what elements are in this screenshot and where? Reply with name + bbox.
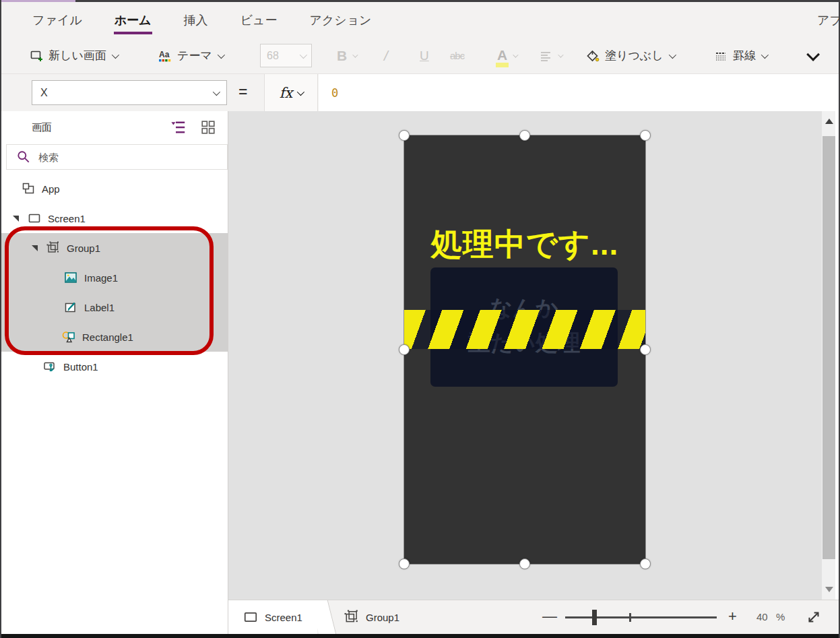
font-color-button[interactable]: A [497, 37, 517, 74]
screen-tree: App Screen1 Group1 [1, 174, 228, 381]
menu-file[interactable]: ファイル [32, 2, 83, 37]
screens-panel: 画面 [1, 111, 228, 634]
breadcrumb-screen-label: Screen1 [265, 612, 302, 623]
property-dropdown[interactable]: X [32, 80, 227, 105]
group-icon [344, 610, 359, 625]
resize-handle-middle-left[interactable] [399, 344, 410, 355]
resize-handle-top-left[interactable] [399, 130, 410, 141]
window-bottom-edge [1, 634, 839, 638]
tree-item-label1[interactable]: Label1 [1, 292, 228, 322]
group-icon [46, 241, 60, 255]
powerapps-studio-window: ファイル ホーム 挿入 ビュー アクション アプ 新しい画面 Aa テーマ 6 [0, 0, 840, 638]
resize-handle-top-center[interactable] [519, 130, 530, 141]
tree-item-label: Label1 [84, 302, 115, 313]
image-icon [64, 271, 77, 284]
resize-handle-middle-right[interactable] [640, 344, 651, 355]
border-button[interactable]: 罫線 [714, 37, 767, 74]
caution-stripe-image[interactable] [404, 310, 645, 349]
toolbar-expand-button[interactable] [807, 37, 816, 74]
resize-handle-bottom-left[interactable] [399, 559, 410, 569]
italic-button[interactable]: / [384, 37, 388, 74]
screen1-artboard[interactable]: 処理中です... なんか 重たい処理 [404, 135, 645, 564]
menu-view[interactable]: ビュー [240, 2, 278, 37]
collapse-expander[interactable] [13, 216, 19, 222]
search-icon [16, 150, 31, 164]
resize-handle-top-right[interactable] [640, 130, 651, 141]
theme-button[interactable]: Aa テーマ [158, 37, 223, 74]
tree-item-label: Screen1 [48, 213, 86, 224]
border-lines-icon [714, 49, 728, 63]
tree-item-label: Group1 [67, 243, 100, 254]
button-icon [43, 360, 57, 373]
menu-action[interactable]: アクション [309, 2, 372, 37]
alignment-icon [539, 49, 552, 63]
strikethrough-button[interactable]: abc [450, 37, 464, 74]
grid-view-icon[interactable] [201, 120, 216, 135]
app-icon [22, 182, 35, 195]
fill-button[interactable]: 塗りつぶし [586, 37, 674, 74]
formula-bar: X = fx 0 [1, 74, 839, 111]
formula-input[interactable]: 0 [319, 74, 839, 111]
tree-item-screen1[interactable]: Screen1 [1, 203, 228, 233]
processing-label[interactable]: 処理中です... [404, 224, 645, 265]
new-screen-button[interactable]: 新しい画面 [30, 37, 117, 74]
scroll-down-button[interactable] [822, 579, 837, 600]
menu-bar: ファイル ホーム 挿入 ビュー アクション [1, 2, 839, 37]
zoom-slider-thumb[interactable] [592, 610, 597, 625]
tree-item-button1[interactable]: Button1 [1, 352, 228, 381]
bold-button[interactable]: B [337, 37, 356, 74]
panel-title: 画面 [32, 121, 170, 134]
scroll-up-button[interactable] [822, 111, 837, 131]
rectangle-shapes-icon [62, 330, 75, 344]
screen-icon [28, 212, 41, 225]
design-canvas[interactable]: 処理中です... なんか 重たい処理 [228, 111, 840, 600]
tree-view-icon[interactable] [170, 119, 186, 135]
underline-button[interactable]: U [420, 37, 429, 74]
font-size-combobox[interactable]: 68 [260, 44, 312, 67]
menu-home[interactable]: ホーム [114, 2, 152, 37]
fill-bucket-icon [586, 49, 600, 63]
app-name-partial: アプ [817, 12, 840, 28]
canvas-right-margin [835, 111, 839, 600]
vertical-scrollbar[interactable] [822, 111, 837, 600]
fx-dropdown[interactable]: fx [264, 74, 318, 111]
breadcrumb-group1[interactable]: Group1 [344, 600, 399, 634]
chevron-down-icon [297, 88, 304, 95]
zoom-percentage: 40 [756, 611, 768, 623]
zoom-slider-tick [629, 613, 631, 622]
label-icon [64, 300, 77, 314]
breadcrumb-screen1[interactable]: Screen1 [228, 600, 317, 634]
search-box [6, 144, 228, 170]
status-bar: Screen1 Group1 — + 40 % [228, 600, 840, 634]
triangle-down-icon [825, 587, 833, 592]
tree-item-label: Rectangle1 [82, 331, 133, 343]
menu-insert[interactable]: 挿入 [183, 2, 209, 37]
zoom-slider[interactable] [565, 616, 717, 618]
theme-icon: Aa [158, 49, 172, 63]
tree-item-label: Image1 [84, 272, 118, 284]
tree-item-label: App [42, 183, 60, 195]
triangle-up-icon [825, 119, 833, 124]
chevron-down-icon [213, 88, 220, 95]
tree-item-rectangle1[interactable]: Rectangle1 [1, 322, 228, 352]
search-input[interactable] [38, 152, 173, 163]
zoom-in-button[interactable]: + [728, 608, 737, 625]
font-color-icon: A [497, 47, 507, 65]
zoom-percent-sign: % [776, 611, 785, 623]
new-screen-icon [30, 49, 43, 63]
alignment-button[interactable] [539, 37, 562, 74]
tree-item-group1[interactable]: Group1 [1, 233, 228, 263]
collapse-expander[interactable] [32, 245, 38, 251]
zoom-out-button[interactable]: — [542, 608, 557, 625]
scrollbar-thumb[interactable] [822, 136, 836, 559]
window-top-edge [1, 0, 839, 2]
tree-item-app[interactable]: App [1, 174, 228, 203]
tree-item-image1[interactable]: Image1 [1, 263, 228, 292]
screen-icon [243, 610, 258, 625]
equals-sign: = [238, 83, 247, 101]
resize-handle-bottom-right[interactable] [640, 559, 651, 569]
fit-to-window-icon[interactable] [805, 608, 822, 626]
tree-item-label: Button1 [63, 361, 98, 373]
resize-handle-bottom-center[interactable] [519, 559, 530, 569]
chevron-down-icon [806, 47, 820, 61]
